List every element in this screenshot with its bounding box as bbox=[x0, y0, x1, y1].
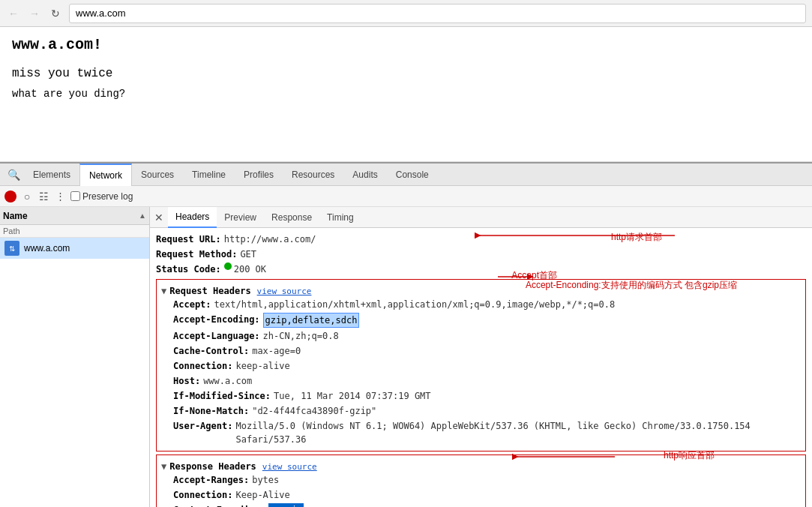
filter-button[interactable]: ☷ bbox=[37, 190, 49, 202]
clear-button[interactable]: ○ bbox=[21, 190, 33, 202]
request-headers-section-header: ▼ Request Headers view source bbox=[161, 286, 801, 296]
sort-indicator: ▲ bbox=[139, 212, 146, 220]
request-url-value: http://www.a.com/ bbox=[224, 232, 316, 246]
request-header-accept-language: Accept-Language: zh-CN,zh;q=0.8 bbox=[173, 329, 801, 343]
tab-elements[interactable]: Elements bbox=[24, 164, 79, 186]
response-header-connection: Connection: Keep-Alive bbox=[173, 488, 801, 502]
response-headers-section-header: ▼ Response Headers view source bbox=[161, 461, 801, 472]
response-header-content-encoding: Content-Encoding: : gzip bbox=[173, 503, 801, 507]
request-headers-view-source[interactable]: view source bbox=[257, 286, 312, 296]
status-dot bbox=[224, 262, 232, 270]
request-url-label: Request URL: bbox=[156, 232, 221, 246]
request-header-if-none-match: If-None-Match: "d2-4f44fca43890f-gzip" bbox=[173, 404, 801, 418]
network-sub-tab-bar: ✕ Headers Preview Response Timing bbox=[150, 207, 812, 228]
network-file-list: Name ▲ Path ⇅ www.a.com bbox=[0, 207, 150, 507]
request-header-accept-encoding: Accept-Encoding: gzip,deflate,sdch bbox=[173, 313, 801, 328]
request-header-host: Host: www.a.com bbox=[173, 374, 801, 388]
network-right-panel: ✕ Headers Preview Response Timing Reques… bbox=[150, 207, 812, 507]
back-button[interactable]: ← bbox=[6, 6, 21, 21]
close-panel-button[interactable]: ✕ bbox=[150, 208, 168, 226]
status-code-label: Status Code: bbox=[156, 262, 221, 276]
request-header-user-agent: User-Agent: Mozilla/5.0 (Windows NT 6.1;… bbox=[173, 419, 801, 446]
request-header-cache-control: Cache-Control: max-age=0 bbox=[173, 344, 801, 358]
preserve-log-checkbox[interactable] bbox=[70, 191, 80, 201]
request-header-connection: Connection: keep-alive bbox=[173, 359, 801, 373]
tab-console[interactable]: Console bbox=[387, 164, 438, 186]
response-headers-view-source[interactable]: view source bbox=[262, 462, 317, 472]
headers-content[interactable]: Request URL: http://www.a.com/ Request M… bbox=[150, 228, 812, 507]
request-headers-list: Accept: text/html,application/xhtml+xml,… bbox=[173, 298, 801, 446]
request-header-if-modified-since: If-Modified-Since: Tue, 11 Mar 2014 07:3… bbox=[173, 389, 801, 403]
sub-tab-response[interactable]: Response bbox=[264, 207, 319, 228]
content-encoding-value: : gzip bbox=[268, 503, 304, 507]
devtools-tab-bar: 🔍 Elements Network Sources Timeline Prof… bbox=[0, 164, 812, 186]
response-headers-box: ▼ Response Headers view source Accept-Ra… bbox=[156, 454, 806, 507]
tab-resources[interactable]: Resources bbox=[283, 164, 343, 186]
network-body: Name ▲ Path ⇅ www.a.com ✕ Headers Previe… bbox=[0, 207, 812, 507]
forward-button[interactable]: → bbox=[27, 6, 42, 21]
reload-button[interactable]: ↻ bbox=[48, 6, 63, 21]
request-method-row: Request Method: GET bbox=[156, 248, 806, 261]
tab-profiles[interactable]: Profiles bbox=[235, 164, 283, 186]
page-title: www.a.com! bbox=[12, 36, 800, 53]
response-headers-list: Accept-Ranges: bytes Connection: Keep-Al… bbox=[173, 473, 801, 507]
preserve-log-label[interactable]: Preserve log bbox=[70, 191, 133, 202]
network-list-header: Name ▲ bbox=[0, 207, 149, 225]
tab-sources[interactable]: Sources bbox=[132, 164, 183, 186]
request-method-value: GET bbox=[240, 248, 256, 261]
accept-encoding-value: gzip,deflate,sdch bbox=[263, 313, 360, 328]
response-headers-label: Response Headers bbox=[169, 461, 256, 472]
tab-network[interactable]: Network bbox=[79, 164, 132, 186]
devtools-panel: 🔍 Elements Network Sources Timeline Prof… bbox=[0, 162, 812, 507]
preserve-log-text: Preserve log bbox=[82, 191, 133, 202]
sub-tab-timing[interactable]: Timing bbox=[319, 207, 361, 228]
request-method-label: Request Method: bbox=[156, 248, 237, 261]
browser-toolbar: ← → ↻ bbox=[0, 0, 812, 27]
name-column-header: Name bbox=[3, 211, 139, 221]
record-button[interactable] bbox=[4, 190, 16, 202]
page-line2: what are you ding? bbox=[12, 88, 800, 100]
network-toolbar: ○ ☷ ⋮ Preserve log bbox=[0, 186, 812, 207]
response-headers-toggle[interactable]: ▼ bbox=[161, 461, 166, 472]
file-icon: ⇅ bbox=[4, 241, 19, 256]
sub-tab-preview[interactable]: Preview bbox=[217, 207, 264, 228]
request-header-accept: Accept: text/html,application/xhtml+xml,… bbox=[173, 298, 801, 311]
path-column-header: Path bbox=[0, 225, 149, 238]
tab-audits[interactable]: Audits bbox=[343, 164, 386, 186]
devtools-search-button[interactable]: 🔍 bbox=[3, 164, 24, 185]
request-headers-box: ▼ Request Headers view source Accept: te… bbox=[156, 279, 806, 452]
request-headers-label: Request Headers bbox=[169, 286, 250, 296]
page-content: www.a.com! miss you twice what are you d… bbox=[0, 27, 812, 162]
request-url-row: Request URL: http://www.a.com/ bbox=[156, 232, 806, 246]
file-name: www.a.com bbox=[24, 243, 70, 254]
status-code-row: Status Code: 200 OK bbox=[156, 262, 806, 276]
page-line1: miss you twice bbox=[12, 67, 800, 80]
response-header-accept-ranges: Accept-Ranges: bytes bbox=[173, 473, 801, 487]
tab-timeline[interactable]: Timeline bbox=[183, 164, 235, 186]
sub-tab-headers[interactable]: Headers bbox=[168, 207, 217, 228]
address-bar[interactable] bbox=[69, 4, 806, 23]
status-code-value: 200 OK bbox=[234, 262, 266, 276]
grid-button[interactable]: ⋮ bbox=[54, 190, 66, 202]
request-headers-toggle[interactable]: ▼ bbox=[161, 286, 166, 296]
network-file-item[interactable]: ⇅ www.a.com bbox=[0, 238, 149, 259]
